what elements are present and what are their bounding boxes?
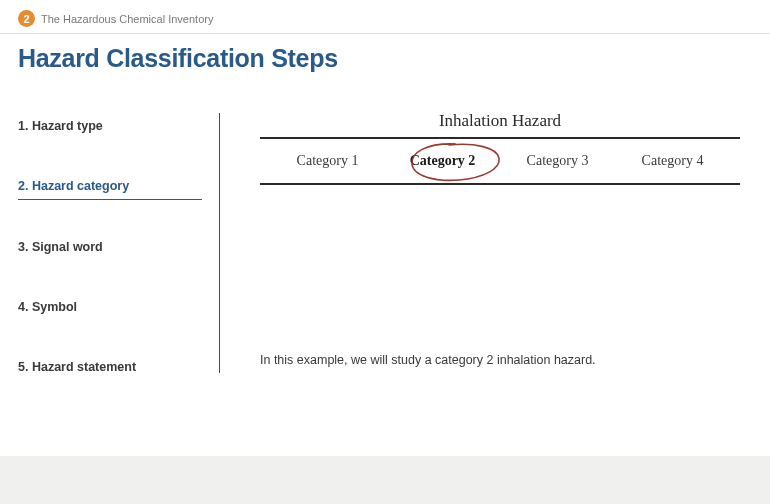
steps-column: 1. Hazard type 2. Hazard category 3. Sig… [18, 113, 220, 373]
hazard-title: Inhalation Hazard [260, 111, 740, 139]
category-1: Category 1 [270, 153, 385, 169]
hazard-table: Inhalation Hazard Category 1 Category 2 … [260, 111, 740, 185]
category-2: Category 2 [385, 153, 500, 169]
breadcrumb: The Hazardous Chemical Inventory [41, 13, 213, 25]
caption-text: In this example, we will study a categor… [260, 353, 596, 367]
category-4: Category 4 [615, 153, 730, 169]
section-number-badge: 2 [18, 10, 35, 27]
step-4-symbol: 4. Symbol [18, 294, 219, 320]
category-3: Category 3 [500, 153, 615, 169]
category-row: Category 1 Category 2 Category 3 Categor… [260, 139, 740, 185]
footer-bar [0, 456, 770, 504]
content-area: 1. Hazard type 2. Hazard category 3. Sig… [0, 73, 770, 113]
step-1-hazard-type: 1. Hazard type [18, 113, 219, 139]
page-title: Hazard Classification Steps [0, 34, 770, 73]
step-2-hazard-category: 2. Hazard category [18, 173, 202, 200]
step-3-signal-word: 3. Signal word [18, 234, 219, 260]
step-5-hazard-statement: 5. Hazard statement [18, 354, 219, 380]
header-row: 2 The Hazardous Chemical Inventory [0, 0, 770, 34]
